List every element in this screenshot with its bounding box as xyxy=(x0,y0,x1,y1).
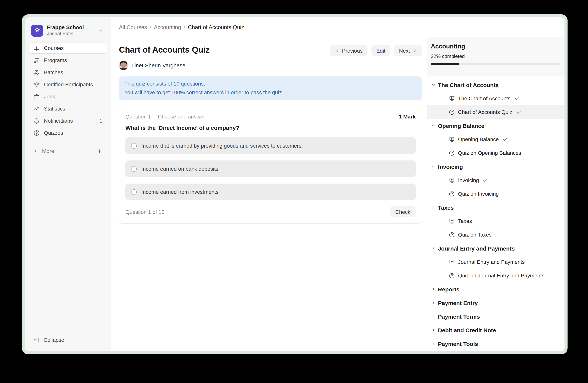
options-list: Income that is earned by providing goods… xyxy=(126,137,416,200)
collapse-sidebar-button[interactable]: Collapse xyxy=(29,335,107,345)
check-icon xyxy=(514,96,520,101)
sidebar-item-label: Quizzes xyxy=(44,130,102,136)
sidebar-item-jobs[interactable]: Jobs xyxy=(29,91,107,102)
next-label: Next xyxy=(399,47,410,54)
chevron-down-icon xyxy=(431,246,436,250)
author-avatar xyxy=(119,61,128,70)
outline-item-the-chart-of-accounts[interactable]: The Chart of Accounts xyxy=(427,92,565,105)
radio-button[interactable] xyxy=(131,143,137,149)
content-column: All Courses / Accounting / Chart of Acco… xyxy=(111,18,565,351)
breadcrumb-all-courses[interactable]: All Courses xyxy=(119,24,147,30)
sidebar-more-label: More xyxy=(42,148,92,154)
answer-option-1[interactable]: Income that is earned by providing goods… xyxy=(126,137,416,154)
chevron-right-icon xyxy=(413,48,417,53)
sidebar-item-batches[interactable]: Batches xyxy=(29,67,107,77)
quiz-info-banner: This quiz consists of 10 questions. You … xyxy=(119,77,422,100)
screen: Frappe School Jannat Patel CoursesProgra… xyxy=(0,0,588,383)
quiz-question-icon xyxy=(449,191,455,197)
outline-item-journal-entry-and-payments[interactable]: Journal Entry and Payments xyxy=(427,255,565,269)
breadcrumb: All Courses / Accounting / Chart of Acco… xyxy=(111,18,565,37)
help-circle-icon xyxy=(33,130,40,136)
route-icon xyxy=(33,57,40,63)
lesson-video-icon xyxy=(449,136,455,142)
users-icon xyxy=(33,69,40,76)
lesson-video-icon xyxy=(449,177,455,183)
outline-item-opening-balance[interactable]: Opening Balance xyxy=(427,133,565,146)
plus-icon[interactable] xyxy=(97,148,102,154)
answer-option-2[interactable]: Income earned on bank deposits xyxy=(126,160,416,177)
outline-section-opening-balance[interactable]: Opening Balance xyxy=(427,119,565,133)
graduation-cap-icon xyxy=(33,81,40,88)
outline-item-label: Quiz on Opening Balances xyxy=(458,150,521,156)
outline-section-title: Opening Balance xyxy=(438,122,484,129)
radio-button[interactable] xyxy=(131,189,137,195)
breadcrumb-separator: / xyxy=(150,24,151,30)
radio-button[interactable] xyxy=(131,166,137,172)
sidebar-more[interactable]: More xyxy=(29,146,107,156)
outline-section-title: Debit and Credit Note xyxy=(438,327,496,333)
next-button[interactable]: Next xyxy=(394,45,422,56)
chevron-right-icon xyxy=(33,149,38,153)
answer-option-3[interactable]: Income earned from investments xyxy=(126,184,416,200)
sidebar-item-quizzes[interactable]: Quizzes xyxy=(29,128,107,138)
lesson-video-icon xyxy=(449,259,455,265)
outline-item-quiz-on-opening-balances[interactable]: Quiz on Opening Balances xyxy=(427,146,565,160)
outline-section-payment-tools[interactable]: Payment Tools xyxy=(427,337,565,350)
course-progress-fill xyxy=(431,63,459,65)
sidebar-item-programs[interactable]: Programs xyxy=(29,55,107,65)
collapse-label: Collapse xyxy=(43,337,64,343)
sidebar-item-label: Certified Participants xyxy=(44,81,102,87)
outline-item-chart-of-accounts-quiz[interactable]: Chart of Accounts Quiz xyxy=(427,105,565,119)
check-button[interactable]: Check xyxy=(390,206,416,217)
outline-item-invoicing[interactable]: Invoicing xyxy=(427,173,565,187)
page-body: Chart of Accounts Quiz Previous Edit xyxy=(111,37,565,351)
outline-item-label: Taxes xyxy=(458,218,472,224)
outline-item-quiz-on-journal-entry-and-payments[interactable]: Quiz on Journal Entry and Payments xyxy=(427,269,565,282)
outline-section-invoicing[interactable]: Invoicing xyxy=(427,160,565,173)
chevron-left-icon xyxy=(335,48,339,53)
breadcrumb-accounting[interactable]: Accounting xyxy=(154,24,181,30)
bell-icon xyxy=(33,117,40,124)
quiz-info-line-2: You will have to get 100% correct answer… xyxy=(124,88,417,97)
edit-label: Edit xyxy=(376,47,385,54)
sidebar-item-label: Programs xyxy=(44,57,102,63)
outline-item-label: The Chart of Accounts xyxy=(458,95,510,101)
sidebar-spacer xyxy=(25,156,111,335)
workspace-switcher[interactable]: Frappe School Jannat Patel xyxy=(25,24,111,37)
question-text: What is the 'Direct Income' of a company… xyxy=(126,125,416,131)
outline-section-title: Invoicing xyxy=(438,163,463,170)
outline-item-label: Chart of Accounts Quiz xyxy=(458,109,512,115)
outline-section-taxes[interactable]: Taxes xyxy=(427,201,565,214)
sidebar-nav: CoursesProgramsBatchesCertified Particip… xyxy=(25,43,111,140)
sidebar-item-courses[interactable]: Courses xyxy=(29,43,107,53)
outline-section-reports[interactable]: Reports xyxy=(427,282,565,296)
sidebar-item-certified-participants[interactable]: Certified Participants xyxy=(29,79,107,90)
outline-section-title: Taxes xyxy=(438,204,454,211)
outline-item-taxes[interactable]: Taxes xyxy=(427,214,565,228)
quiz-question-icon xyxy=(449,231,455,238)
outline-section-the-chart-of-accounts[interactable]: The Chart of Accounts xyxy=(427,78,565,92)
outline-item-label: Quiz on Journal Entry and Payments xyxy=(458,272,545,279)
outline-section-journal-entry-and-payments[interactable]: Journal Entry and Payments xyxy=(427,241,565,255)
question-footer: Question 1 of 10 Check xyxy=(126,206,416,217)
outline-item-quiz-on-invoicing[interactable]: Quiz on Invoicing xyxy=(427,187,565,201)
outline-item-label: Journal Entry and Payments xyxy=(458,259,525,265)
left-sidebar: Frappe School Jannat Patel CoursesProgra… xyxy=(25,18,111,351)
edit-button[interactable]: Edit xyxy=(371,45,390,56)
quiz-question-icon xyxy=(449,150,455,156)
sidebar-item-statistics[interactable]: Statistics xyxy=(29,103,107,114)
outline-section-debit-and-credit-note[interactable]: Debit and Credit Note xyxy=(427,323,565,337)
app-window: Frappe School Jannat Patel CoursesProgra… xyxy=(25,18,565,351)
previous-button[interactable]: Previous xyxy=(330,45,368,56)
check-icon xyxy=(483,177,488,183)
outline-section-payment-entry[interactable]: Payment Entry xyxy=(427,296,565,309)
chevron-right-icon xyxy=(431,328,436,332)
lesson-video-icon xyxy=(449,95,455,102)
outline-section-title: Payment Tools xyxy=(438,340,478,347)
brand-text: Frappe School Jannat Patel xyxy=(47,24,95,37)
outline-section-payment-terms[interactable]: Payment Terms xyxy=(427,309,565,323)
question-progress: Question 1 of 10 xyxy=(126,209,165,215)
sidebar-item-notifications[interactable]: Notifications1 xyxy=(29,115,107,126)
outline-item-quiz-on-taxes[interactable]: Quiz on Taxes xyxy=(427,228,565,241)
course-progress-bar xyxy=(431,63,560,65)
